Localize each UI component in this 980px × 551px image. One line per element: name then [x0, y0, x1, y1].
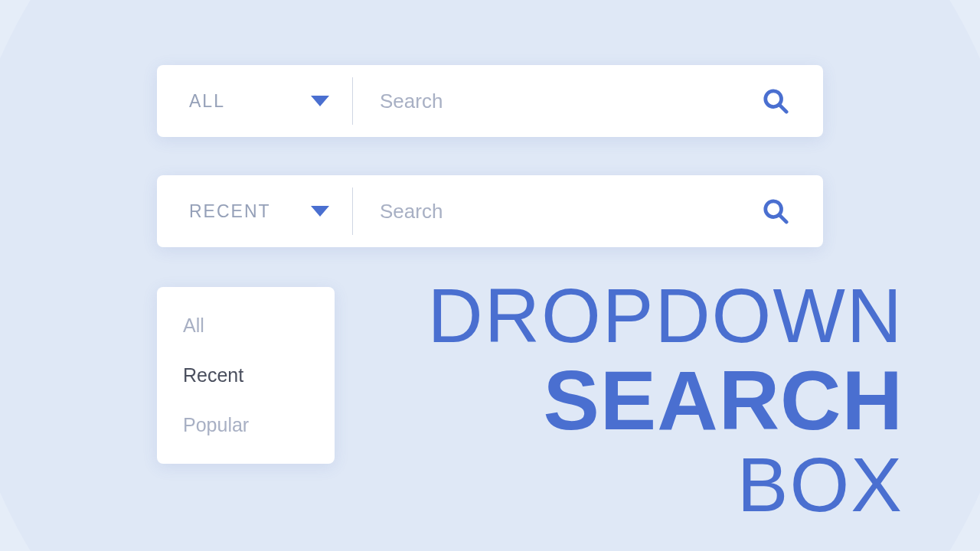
divider	[352, 77, 353, 125]
dropdown-item-recent[interactable]: Recent	[157, 350, 335, 400]
search-icon	[763, 88, 789, 114]
search-box-1: ALL	[157, 65, 823, 137]
main-container: ALL RECENT	[0, 0, 980, 247]
dropdown-menu: All Recent Popular	[157, 287, 335, 464]
search-box-2: RECENT	[157, 175, 823, 247]
divider	[352, 187, 353, 235]
title-block: DROPDOWN SEARCH BOX	[427, 276, 903, 525]
title-line-1: DROPDOWN	[427, 276, 903, 356]
chevron-down-icon	[311, 206, 329, 217]
dropdown-item-all[interactable]: All	[157, 301, 335, 350]
search-button-2[interactable]	[728, 198, 823, 224]
dropdown-selected-label: RECENT	[189, 201, 271, 222]
search-input-1[interactable]	[380, 90, 728, 113]
search-input-2[interactable]	[380, 200, 728, 223]
title-line-3: BOX	[427, 445, 903, 525]
title-line-2: SEARCH	[427, 356, 903, 445]
search-icon	[763, 198, 789, 224]
chevron-down-icon	[311, 96, 329, 106]
dropdown-trigger-1[interactable]: ALL	[157, 65, 352, 137]
dropdown-item-popular[interactable]: Popular	[157, 400, 335, 450]
svg-line-3	[780, 216, 786, 223]
dropdown-trigger-2[interactable]: RECENT	[157, 175, 352, 247]
svg-line-1	[780, 106, 786, 112]
search-button-1[interactable]	[728, 88, 823, 114]
dropdown-selected-label: ALL	[189, 91, 225, 112]
